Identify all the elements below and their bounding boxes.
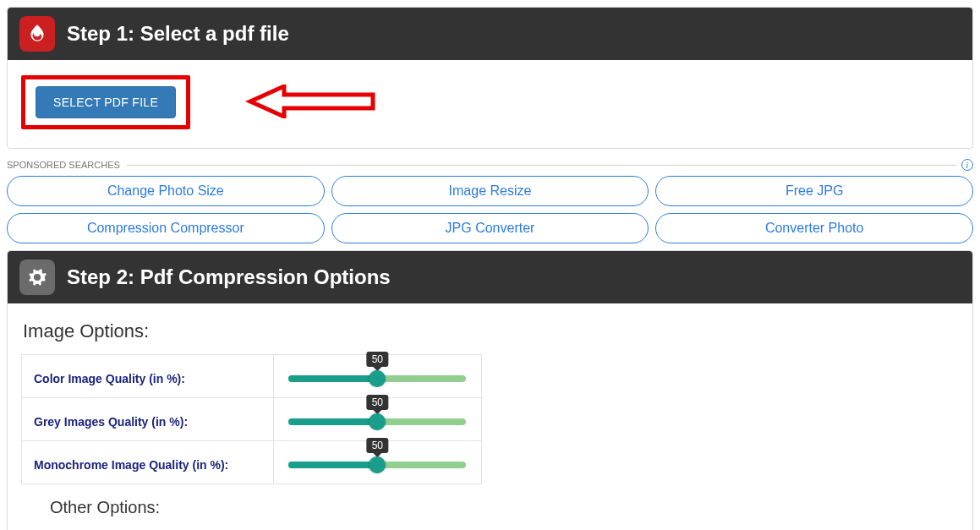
image-options-table: Color Image Quality (in %): 50 Grey Imag… <box>21 354 482 484</box>
step1-title: Step 1: Select a pdf file <box>67 22 289 46</box>
table-row: Grey Images Quality (in %): 50 <box>22 398 482 441</box>
grey-quality-label: Grey Images Quality (in %): <box>22 398 274 441</box>
select-file-highlight: SELECT PDF FILE <box>21 75 190 129</box>
divider <box>127 165 956 166</box>
slider-fill <box>288 418 377 425</box>
grey-quality-slider[interactable]: 50 <box>288 418 466 425</box>
sponsored-link[interactable]: Converter Photo <box>655 213 973 243</box>
step2-title: Step 2: Pdf Compression Options <box>67 265 391 289</box>
slider-fill <box>288 375 377 382</box>
svg-marker-0 <box>250 86 373 117</box>
mono-quality-slider[interactable]: 50 <box>288 462 466 468</box>
grey-quality-slider-cell: 50 <box>273 398 481 441</box>
step2-header: Step 2: Pdf Compression Options <box>8 251 972 303</box>
sponsored-link[interactable]: Image Resize <box>331 176 649 206</box>
color-quality-slider-cell: 50 <box>273 355 481 398</box>
gear-icon <box>19 260 55 295</box>
sponsored-link[interactable]: Free JPG <box>655 176 973 206</box>
table-row: Monochrome Image Quality (in %): 50 <box>22 441 482 484</box>
table-row: Color Image Quality (in %): 50 <box>22 355 482 398</box>
sponsored-label: SPONSORED SEARCHES <box>7 160 120 170</box>
annotation-arrow-icon <box>242 85 377 122</box>
slider-thumb[interactable] <box>369 370 386 387</box>
step2-body: Image Options: Color Image Quality (in %… <box>8 303 972 530</box>
step1-panel: Step 1: Select a pdf file SELECT PDF FIL… <box>7 7 973 149</box>
select-pdf-button[interactable]: SELECT PDF FILE <box>36 86 176 118</box>
sponsored-link[interactable]: Compression Compressor <box>7 213 325 243</box>
slider-thumb[interactable] <box>369 413 386 430</box>
step1-header: Step 1: Select a pdf file <box>8 8 972 60</box>
pdf-icon <box>19 16 55 52</box>
info-icon[interactable]: i <box>961 159 973 171</box>
sponsored-link[interactable]: Change Photo Size <box>7 176 325 206</box>
sponsored-link[interactable]: JPG Converter <box>331 213 649 243</box>
slider-tooltip: 50 <box>367 395 388 410</box>
other-options-heading: Other Options: <box>50 498 959 517</box>
slider-fill <box>288 462 377 468</box>
slider-tooltip: 50 <box>367 352 388 367</box>
mono-quality-label: Monochrome Image Quality (in %): <box>22 441 274 484</box>
color-quality-label: Color Image Quality (in %): <box>22 355 274 398</box>
step1-body: SELECT PDF FILE <box>8 60 972 148</box>
image-options-heading: Image Options: <box>23 320 959 342</box>
sponsored-grid: Change Photo Size Image Resize Free JPG … <box>7 176 973 243</box>
slider-thumb[interactable] <box>369 456 386 473</box>
color-quality-slider[interactable]: 50 <box>288 375 466 382</box>
sponsored-section: SPONSORED SEARCHES i Change Photo Size I… <box>7 159 973 243</box>
slider-tooltip: 50 <box>367 438 388 453</box>
step2-panel: Step 2: Pdf Compression Options Image Op… <box>7 250 973 530</box>
mono-quality-slider-cell: 50 <box>273 441 481 484</box>
sponsored-label-row: SPONSORED SEARCHES i <box>7 159 973 171</box>
